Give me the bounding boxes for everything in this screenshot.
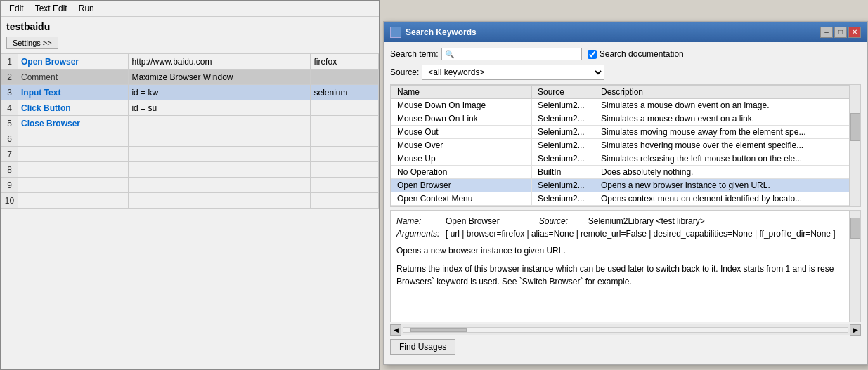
arg1-cell [129,116,311,131]
result-desc: Does absolutely nothing. [595,166,860,179]
horizontal-scrollbar[interactable]: ◀ ▶ [390,324,861,335]
search-doc-check: Search documentation [588,49,684,59]
hscroll-left-btn[interactable]: ◀ [390,324,401,336]
search-doc-checkbox[interactable] [588,50,597,59]
close-button[interactable]: ✕ [848,27,861,38]
dialog-icon [390,27,401,38]
menu-bar: Edit Text Edit Run [1,1,379,17]
find-usages-button[interactable]: Find Usages [390,339,455,355]
minimize-button[interactable]: – [820,27,833,38]
results-table-wrap: Name Source Description Mouse Down On Im… [390,84,861,207]
detail-scrollbar-thumb [850,218,860,239]
arg2-cell [311,100,379,116]
table-row[interactable]: 4 Click Button id = su [1,100,379,116]
search-term-label: Search term: [390,49,439,59]
search-doc-label: Search documentation [600,49,684,59]
result-source: Selenium2... [532,99,595,112]
result-row[interactable]: Mouse Over Selenium2... Simulates hoveri… [391,139,860,152]
cmd-cell: Input Text [21,88,60,98]
result-row[interactable]: No Operation BuiltIn Does absolutely not… [391,166,860,179]
col-name: Name [391,86,532,99]
main-editor-window: Edit Text Edit Run testbaidu Settings >>… [0,0,380,370]
window-title: testbaidu [1,17,379,37]
result-row[interactable]: Mouse Out Selenium2... Simulates moving … [391,126,860,139]
results-scrollbar[interactable] [849,85,860,206]
arg2-cell: firefox [311,54,379,70]
settings-button[interactable]: Settings >> [6,37,58,49]
detail-args-label: Arguments: [396,229,446,239]
scrollbar-thumb [850,113,860,141]
result-name: Mouse Over [391,139,532,152]
result-source: BuiltIn [532,166,595,179]
search-input[interactable] [458,49,570,59]
table-row[interactable]: 10 [1,193,379,209]
maximize-button[interactable]: □ [834,27,847,38]
table-row[interactable]: 9 [1,178,379,193]
col-source: Source [532,86,595,99]
arg2-cell [311,116,379,131]
result-source: Selenium2... [532,139,595,152]
table-row[interactable]: 6 [1,131,379,147]
table-row[interactable]: 8 [1,162,379,178]
arg1-cell: Maximize Browser Window [129,70,311,85]
source-row: Source: <all keywords> BuiltIn Selenium2… [390,65,861,80]
result-source: Selenium2... [532,112,595,126]
result-name: Open Context Menu [391,192,532,206]
arg1-cell: http://www.baidu.com [129,54,311,70]
result-row[interactable]: Mouse Up Selenium2... Simulates releasin… [391,152,860,166]
table-row[interactable]: 7 [1,147,379,162]
dialog-titlebar: Search Keywords – □ ✕ [384,22,867,42]
detail-source-label: Source: [539,216,588,226]
result-source: Selenium2... [532,192,595,206]
result-row[interactable]: Mouse Down On Image Selenium2... Simulat… [391,99,860,112]
result-source: Selenium2... [532,152,595,166]
cmd-cell: Close Browser [21,119,80,128]
result-desc: Opens a new browser instance to given UR… [595,179,860,192]
detail-args-row: Arguments: [ url | browser=firefox | ali… [396,229,855,239]
result-name: Mouse Out [391,126,532,139]
table-row[interactable]: 2 Comment Maximize Browser Window [1,70,379,85]
menu-run[interactable]: Run [73,2,100,15]
detail-name-label: Name: [396,216,446,226]
result-row[interactable]: Open Browser Selenium2... Opens a new br… [391,179,860,192]
source-label: Source: [390,67,419,77]
result-desc: Simulates a mouse down event on an image… [595,99,860,112]
arg1-cell: id = su [129,100,311,116]
table-row[interactable]: 5 Close Browser [1,116,379,131]
result-row[interactable]: Mouse Down On Link Selenium2... Simulate… [391,112,860,126]
result-source: Selenium2... [532,179,595,192]
hscroll-right-btn[interactable]: ▶ [850,324,861,336]
search-term-row: Search term: 🔍 Search documentation [390,48,861,60]
result-name: Open Browser [391,179,532,192]
table-row[interactable]: 3 Input Text id = kw selenium [1,85,379,100]
table-row[interactable]: 1 Open Browser http://www.baidu.com fire… [1,54,379,70]
search-icon: 🔍 [445,50,455,59]
result-desc: Simulates a mouse down event on a link. [595,112,860,126]
results-table: Name Source Description Mouse Down On Im… [391,85,860,206]
detail-source-row: Source: Selenium2Library <test library> [539,216,705,226]
result-desc: Opens context menu on element identified… [595,192,860,206]
dialog-body: Search term: 🔍 Search documentation Sour… [384,42,867,364]
result-row[interactable]: Open Context Menu Selenium2... Opens con… [391,192,860,206]
result-name: Mouse Up [391,152,532,166]
result-name: Mouse Down On Image [391,99,532,112]
dialog-title: Search Keywords [406,27,819,37]
menu-text-edit[interactable]: Text Edit [30,2,73,15]
menu-edit[interactable]: Edit [4,2,30,15]
result-name: No Operation [391,166,532,179]
result-desc: Simulates releasing the left mouse butto… [595,152,860,166]
detail-desc2: Returns the index of this browser instan… [396,263,855,288]
detail-desc1: Opens a new browser instance to given UR… [396,244,855,257]
source-select[interactable]: <all keywords> BuiltIn Selenium2Library [422,65,604,80]
detail-name-value: Open Browser [446,216,500,226]
cmd-cell: Open Browser [21,57,79,67]
result-source: Selenium2... [532,126,595,139]
detail-args-value: [ url | browser=firefox | alias=None | r… [446,229,855,239]
result-desc: Simulates hovering mouse over the elemen… [595,139,860,152]
search-input-wrap: 🔍 [441,48,582,60]
detail-panel: Name: Open Browser Source: Selenium2Libr… [390,210,861,322]
arg2-cell [311,70,379,85]
hscroll-track [403,327,848,333]
detail-scrollbar[interactable] [849,211,860,322]
detail-name-row: Name: Open Browser [396,216,500,226]
